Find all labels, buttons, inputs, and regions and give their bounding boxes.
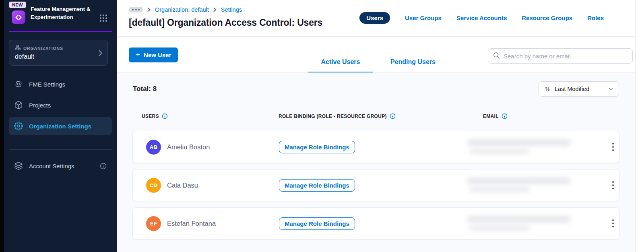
- sort-value: Last Modified: [555, 86, 589, 92]
- sidebar: NEW Feature Management & Experimentation: [4, 0, 117, 252]
- tab-active-users[interactable]: Active Users: [308, 58, 373, 73]
- users-content: Total: 8 Last Modified US: [117, 72, 635, 252]
- column-header-email: EMAIL: [483, 113, 619, 119]
- user-name: Cala Dasu: [167, 182, 198, 189]
- sidebar-item-fme-settings[interactable]: FME Settings: [9, 75, 112, 93]
- main-panel: Organization: default Settings [default]…: [117, 0, 635, 252]
- organization-selector[interactable]: ORGANIZATIONS default: [9, 40, 108, 66]
- chevron-right-icon: [213, 7, 217, 12]
- sidebar-item-organization-settings[interactable]: Organization Settings: [9, 117, 112, 135]
- new-user-button[interactable]: + New User: [129, 48, 178, 62]
- manage-role-bindings-button[interactable]: Manage Role Bindings: [279, 217, 355, 230]
- breadcrumb-link-settings[interactable]: Settings: [221, 6, 242, 13]
- module-grid-icon[interactable]: [99, 13, 108, 25]
- organizations-icon: [15, 45, 21, 52]
- table-row: AB Amelia Boston Manage Role Bindings: [133, 131, 619, 163]
- window-right-margin: [635, 0, 644, 252]
- info-icon[interactable]: [100, 163, 107, 169]
- avatar: CD: [146, 178, 161, 193]
- tab-users[interactable]: Users: [359, 12, 390, 24]
- sidebar-nav: FME Settings Projects: [9, 75, 112, 135]
- row-menu-button[interactable]: [606, 140, 620, 154]
- split-logo-outline-icon: [14, 80, 23, 89]
- new-badge: NEW: [9, 2, 26, 8]
- email-redacted: [467, 175, 580, 195]
- sidebar-item-label: Organization Settings: [29, 123, 91, 130]
- user-state-tabs: Active Users Pending Users: [308, 58, 445, 73]
- sort-dropdown[interactable]: Last Modified: [539, 81, 619, 97]
- sidebar-item-label: Projects: [29, 102, 51, 109]
- search-field: [488, 48, 633, 64]
- organizations-label: ORGANIZATIONS: [23, 46, 63, 51]
- tab-pending-users[interactable]: Pending Users: [381, 58, 445, 73]
- toolbar: + New User Active Users Pending Users: [117, 37, 635, 72]
- avatar: EF: [146, 216, 161, 231]
- chevron-right-icon: [99, 50, 102, 58]
- row-menu-button[interactable]: [606, 216, 620, 231]
- page-header: Organization: default Settings [default]…: [117, 0, 635, 37]
- product-title: Feature Management & Experimentation: [31, 5, 96, 21]
- breadcrumb: Organization: default Settings: [129, 6, 242, 13]
- cube-icon: [14, 101, 23, 109]
- tab-resource-groups[interactable]: Resource Groups: [522, 14, 572, 21]
- manage-role-bindings-button[interactable]: Manage Role Bindings: [279, 141, 355, 153]
- access-control-tabs: Users User Groups Service Accounts Resou…: [359, 12, 604, 24]
- tab-service-accounts[interactable]: Service Accounts: [456, 14, 507, 21]
- search-icon: [493, 52, 500, 60]
- info-icon[interactable]: [162, 113, 168, 119]
- search-input[interactable]: [504, 53, 627, 60]
- email-redacted: [467, 213, 580, 233]
- info-icon[interactable]: [390, 113, 396, 119]
- sidebar-item-projects[interactable]: Projects: [9, 96, 112, 114]
- user-rows: AB Amelia Boston Manage Role Bindings CD…: [133, 131, 619, 239]
- email-redacted: [467, 137, 580, 157]
- user-name: Estefan Fontana: [167, 220, 216, 227]
- breadcrumb-overflow-button[interactable]: [129, 7, 143, 12]
- gear-icon: [14, 122, 23, 130]
- sort-arrows-icon: [544, 86, 551, 92]
- chevron-right-icon: [147, 7, 151, 12]
- table-header: USERS ROLE BINDING (ROLE - RESOURCE GROU…: [133, 113, 619, 119]
- row-menu-button[interactable]: [606, 178, 620, 192]
- table-row: EF Estefan Fontana Manage Role Bindings: [133, 208, 619, 239]
- user-name: Amelia Boston: [167, 143, 210, 151]
- layers-icon: [14, 161, 23, 170]
- organization-value: default: [15, 53, 102, 60]
- total-count: Total: 8: [133, 85, 157, 93]
- chevron-down-icon: [608, 87, 613, 91]
- table-row: CD Cala Dasu Manage Role Bindings: [133, 169, 619, 201]
- window-edge: [0, 0, 4, 252]
- plus-icon: +: [136, 51, 140, 58]
- info-icon[interactable]: [502, 113, 508, 119]
- sidebar-item-label: Account Settings: [29, 163, 74, 169]
- sidebar-divider: [9, 149, 112, 150]
- tab-roles[interactable]: Roles: [587, 14, 604, 21]
- fme-logo-icon: [12, 10, 25, 24]
- breadcrumb-link-organization[interactable]: Organization: default: [155, 6, 209, 13]
- avatar: AB: [146, 140, 161, 155]
- app-window: NEW Feature Management & Experimentation: [0, 0, 644, 252]
- manage-role-bindings-button[interactable]: Manage Role Bindings: [279, 179, 355, 192]
- sidebar-item-account-settings[interactable]: Account Settings: [9, 157, 112, 175]
- page-title: [default] Organization Access Control: U…: [129, 17, 322, 28]
- sidebar-item-label: FME Settings: [29, 81, 65, 88]
- column-header-role-binding: ROLE BINDING (ROLE - RESOURCE GROUP): [279, 113, 483, 119]
- accent-divider: [9, 31, 112, 32]
- tab-user-groups[interactable]: User Groups: [405, 14, 442, 21]
- column-header-users: USERS: [142, 113, 279, 119]
